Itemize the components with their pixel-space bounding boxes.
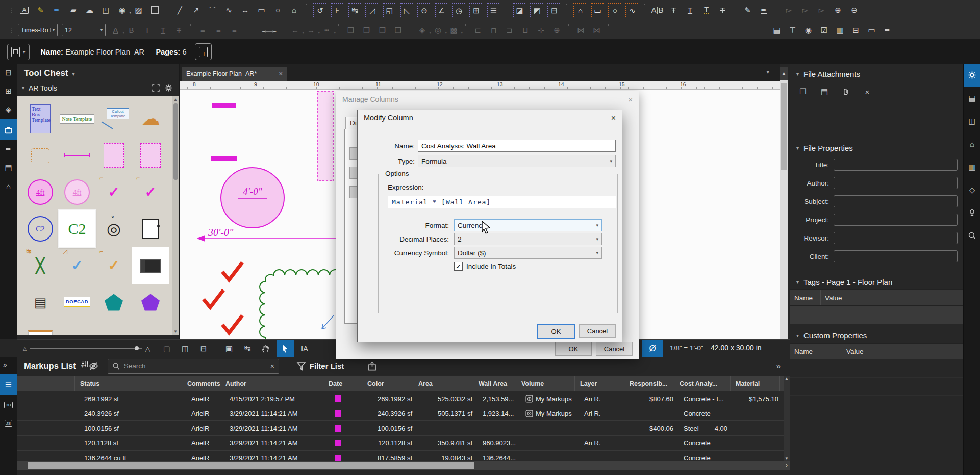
currency-symbol-dropdown[interactable]: Dollar ($) ▾ xyxy=(454,247,602,259)
tool-stair-check[interactable]: ⌐ ✓ xyxy=(95,174,132,210)
expression-input[interactable]: Material * [Wall Area] xyxy=(388,196,616,208)
tool-pentagon-teal[interactable] xyxy=(95,284,132,321)
leader-end-tool[interactable]: →▾ xyxy=(305,23,317,36)
align-objects-right[interactable]: ⊐ xyxy=(504,23,515,36)
form-editor-tool[interactable]: ▤ xyxy=(771,23,783,36)
ok-button[interactable]: OK xyxy=(555,342,592,356)
tool-check-orange[interactable]: ⌐ ✓ xyxy=(95,247,132,284)
scrollbar-thumb[interactable] xyxy=(781,83,787,170)
tool-table[interactable]: ▤ xyxy=(22,284,59,321)
volume-tool[interactable]: ⊞ xyxy=(469,3,482,17)
list-box-tool[interactable]: ▥ xyxy=(834,23,846,36)
javascript-panel[interactable]: JS xyxy=(0,414,17,432)
eraser-tool[interactable]: ▰ xyxy=(67,4,79,16)
align-left-tool[interactable]: ≡ xyxy=(197,23,209,36)
text-input[interactable] xyxy=(834,159,958,171)
center-in-page-tool[interactable]: ⊕ xyxy=(551,23,563,36)
name-input[interactable]: Cost Analysis: Wall Area xyxy=(418,140,616,152)
tab-list-chevron-icon[interactable]: ▾ xyxy=(766,69,769,75)
pen-tool[interactable]: ✒ xyxy=(51,4,63,16)
text-input[interactable] xyxy=(834,250,958,262)
font-family-select[interactable]: Times-Ro ▾ xyxy=(18,24,58,36)
polylength-tool[interactable]: ◿ xyxy=(365,3,378,17)
column-header[interactable]: Layer xyxy=(575,376,624,391)
tool-area-region[interactable] xyxy=(95,137,132,174)
custom-value-column[interactable]: Value xyxy=(842,344,963,359)
send-backward-tool[interactable]: ❒ xyxy=(361,23,372,36)
measurement-settings[interactable]: ⊦ xyxy=(331,3,343,17)
text-tool[interactable]: A xyxy=(18,4,30,16)
search-input[interactable]: Search × xyxy=(108,359,279,374)
include-in-totals-checkbox[interactable]: ✓ Include In Totals xyxy=(454,262,516,271)
file-properties-header[interactable]: ▾ File Properties xyxy=(790,138,963,155)
sign-tool[interactable]: ✎ xyxy=(742,4,753,16)
tool-stair-check-2[interactable]: ⌐ ✓ xyxy=(132,174,169,210)
shape-style-tool[interactable]: ◎▾ xyxy=(432,23,444,36)
rectangle-tool[interactable]: ▭ xyxy=(256,4,267,16)
tags-header[interactable]: ▾ Tags - Page 1 - Floor Plan xyxy=(790,269,963,289)
spaces-panel[interactable]: ⌂ xyxy=(0,177,17,195)
button-field-tool[interactable]: ▭ xyxy=(866,23,877,36)
tool-4ft-circle-light[interactable]: 4ft xyxy=(59,174,95,210)
align-right-tool[interactable]: ≡ xyxy=(229,23,240,36)
delete-attachment-button[interactable]: × xyxy=(862,86,873,98)
callout-tool[interactable]: ◳ xyxy=(100,4,112,16)
dropdown-field-tool[interactable]: ⊟ xyxy=(850,23,862,36)
type-dropdown[interactable]: Formula ▾ xyxy=(418,155,616,167)
scale-measurement-tool[interactable]: ↔ xyxy=(253,23,285,36)
hatch-pattern-tool[interactable]: ▩▾ xyxy=(448,23,460,36)
tool-door-knob[interactable]: ∘ ◎ xyxy=(95,210,132,247)
strikethrough-tool[interactable]: T xyxy=(717,4,728,16)
tool-dashed-region[interactable] xyxy=(22,137,59,174)
snapshot-tool[interactable] xyxy=(149,4,161,16)
ellipse-tool[interactable]: ○ xyxy=(272,4,284,16)
arc-tool[interactable]: ⌒ xyxy=(207,4,218,16)
fit-page-button[interactable]: ▣ xyxy=(221,341,237,356)
add-attachment-button[interactable] xyxy=(840,86,851,98)
document-tab[interactable]: Example Floor Plan_AR* × xyxy=(182,67,287,81)
column-header[interactable]: Area xyxy=(413,376,473,391)
save-attachment-button[interactable]: ▤ xyxy=(819,86,830,98)
expand-icon[interactable] xyxy=(152,84,160,92)
squiggly-underline-tool[interactable]: T xyxy=(700,4,712,16)
tool-doecad-logo[interactable]: DOECAD xyxy=(59,284,95,321)
sets-panel[interactable]: ▥ xyxy=(964,155,980,178)
column-header[interactable]: Responsib... xyxy=(624,376,674,391)
align-objects-center[interactable]: ⊓ xyxy=(488,23,499,36)
thumbnails-panel[interactable]: ⊞ xyxy=(0,82,17,100)
sketch-polyline-tool[interactable]: ∿ xyxy=(625,3,638,17)
file-access-panel[interactable]: ⊟ xyxy=(0,64,17,82)
column-header[interactable]: Author xyxy=(220,376,323,391)
multi-column-button[interactable]: ◫ xyxy=(178,341,193,356)
column-filter-icon[interactable] xyxy=(81,360,89,368)
line-style-tool[interactable]: ┅▾ xyxy=(321,23,333,36)
tool-stair[interactable]: ⌐ xyxy=(59,321,95,335)
column-header[interactable]: Date xyxy=(323,376,362,391)
underline-tool[interactable]: T xyxy=(684,4,696,16)
text-input[interactable] xyxy=(834,214,958,226)
filter-list-button[interactable]: Filter List xyxy=(296,361,344,371)
markup-panel[interactable]: ✒ xyxy=(0,140,17,159)
select-button[interactable] xyxy=(277,340,294,357)
expand-panel-icon[interactable]: » xyxy=(3,361,7,369)
select-add-tool[interactable]: ▻ xyxy=(783,4,795,16)
dialog-title-bar[interactable]: Modify Column × xyxy=(358,110,622,126)
strikethrough-text-tool[interactable]: T xyxy=(173,23,185,36)
page-scale[interactable]: 1/8" = 1'-0" xyxy=(670,344,703,352)
tool-chest-panel[interactable] xyxy=(0,119,17,140)
tool-cloud[interactable]: ☁ xyxy=(132,100,169,137)
tool-note-template[interactable]: Note Template xyxy=(59,100,95,137)
cancel-button[interactable]: Cancel xyxy=(579,324,616,338)
clear-search-icon[interactable]: × xyxy=(270,362,274,371)
file-attachments-header[interactable]: ▾ File Attachments xyxy=(790,64,963,82)
polygon-tool[interactable]: ⌂ xyxy=(288,4,300,16)
gear-icon[interactable] xyxy=(164,84,173,92)
edit-text-tool[interactable]: A|B xyxy=(651,4,663,16)
fit-width-button[interactable]: ↹ xyxy=(240,341,255,356)
search-panel[interactable] xyxy=(964,224,980,247)
close-icon[interactable]: × xyxy=(611,114,616,123)
vertical-scrollbar[interactable]: ▲ xyxy=(780,67,788,339)
font-color-tool[interactable]: A▾ xyxy=(110,23,121,36)
image-tool[interactable]: ▨ xyxy=(133,4,144,16)
zoom-out-tool[interactable]: ⊖ xyxy=(848,4,860,16)
